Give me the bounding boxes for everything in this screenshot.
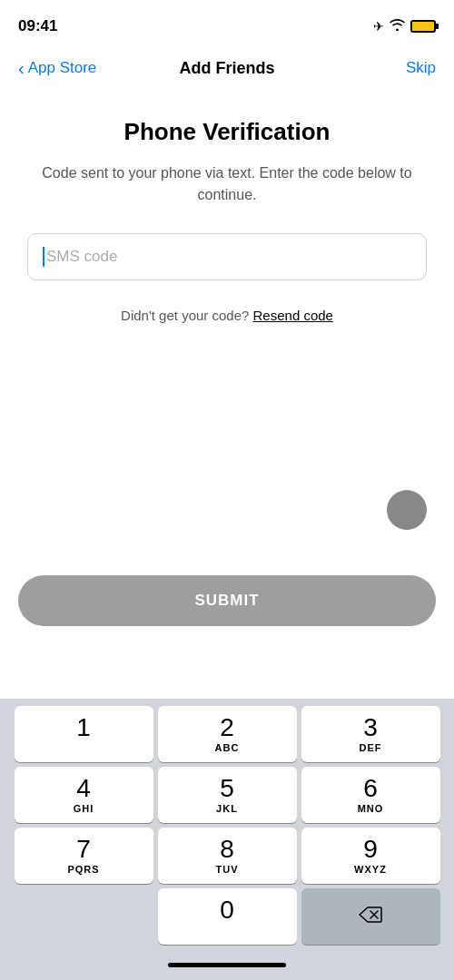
home-indicator [168,963,286,967]
delete-icon [359,906,382,927]
resend-section: Didn't get your code? Resend code [18,308,436,323]
key-1[interactable]: 1 [15,706,153,762]
keyboard-row-2: 4 GHI 5 JKL 6 MNO [4,767,450,823]
back-button[interactable]: ‹ App Store [18,59,96,77]
home-indicator-bar [4,949,450,980]
delete-key[interactable] [301,888,440,945]
key-2[interactable]: 2 ABC [158,706,297,762]
key-3[interactable]: 3 DEF [301,706,440,762]
key-5[interactable]: 5 JKL [158,767,297,823]
verification-description: Code sent to your phone via text. Enter … [18,162,436,206]
key-6[interactable]: 6 MNO [301,767,440,823]
key-empty [15,888,153,945]
status-bar: 09:41 ✈ [0,0,454,45]
resend-prefix: Didn't get your code? [121,308,249,323]
keyboard: 1 2 ABC 3 DEF 4 GHI 5 JKL 6 MNO 7 PQRS [0,699,454,980]
keyboard-row-3: 7 PQRS 8 TUV 9 WXYZ [4,828,450,884]
airplane-icon: ✈ [373,19,384,34]
text-cursor [43,247,44,267]
nav-bar: ‹ App Store Add Friends Skip [0,45,454,91]
scroll-indicator [387,490,427,530]
status-icons: ✈ [373,18,436,34]
main-content: Phone Verification Code sent to your pho… [0,91,454,432]
status-time: 09:41 [18,17,57,35]
key-4[interactable]: 4 GHI [15,767,153,823]
submit-button[interactable]: SUBMIT [18,575,436,626]
skip-button[interactable]: Skip [406,59,436,77]
keyboard-row-1: 1 2 ABC 3 DEF [4,706,450,762]
key-8[interactable]: 8 TUV [158,828,297,884]
sms-input-container[interactable]: SMS code [27,233,427,280]
keyboard-row-bottom: 0 [4,888,450,945]
sms-input-placeholder: SMS code [46,248,117,266]
back-label: App Store [28,59,97,77]
page-title: Add Friends [179,59,274,78]
resend-code-link[interactable]: Resend code [253,308,333,323]
battery-icon [410,20,436,33]
back-arrow-icon: ‹ [18,59,25,77]
key-0[interactable]: 0 [158,888,297,945]
wifi-icon [390,18,405,34]
verification-title: Phone Verification [18,118,436,146]
key-7[interactable]: 7 PQRS [15,828,153,884]
key-9[interactable]: 9 WXYZ [301,828,440,884]
